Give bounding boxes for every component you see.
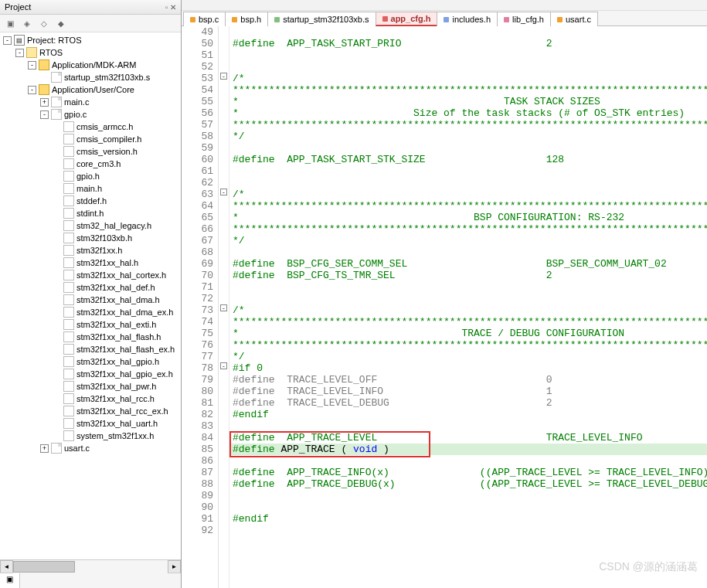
code-line[interactable]: ****************************************… bbox=[229, 316, 707, 328]
fold-toggle[interactable]: - bbox=[220, 304, 227, 311]
tree-item[interactable]: main.h bbox=[0, 182, 181, 195]
code-line[interactable]: */ bbox=[229, 235, 707, 246]
code-line[interactable]: #endif bbox=[229, 513, 707, 525]
toolbar-button[interactable]: ◈ bbox=[20, 16, 34, 30]
code-line[interactable] bbox=[229, 165, 707, 177]
code-line[interactable]: #define APP_TASK_START_STK_SIZE 128 bbox=[229, 154, 707, 165]
tree-item[interactable]: -gpio.c bbox=[0, 108, 181, 121]
editor-tab[interactable]: bsp.h bbox=[225, 12, 268, 26]
editor-tab[interactable]: app_cfg.h bbox=[376, 12, 438, 26]
code-line[interactable] bbox=[229, 49, 707, 61]
tree-item[interactable]: stddef.h bbox=[0, 195, 181, 207]
code-line[interactable] bbox=[229, 293, 707, 304]
tree-item[interactable]: -▤Project: RTOS bbox=[0, 34, 181, 46]
tree-item[interactable]: system_stm32f1xx.h bbox=[0, 430, 181, 442]
editor-tab[interactable]: lib_cfg.h bbox=[497, 12, 551, 26]
code-line[interactable]: #define TRACE_LEVEL_DEBUG 2 bbox=[229, 397, 707, 409]
tree-item[interactable]: gpio.h bbox=[0, 170, 181, 182]
tree-item[interactable]: core_cm3.h bbox=[0, 158, 181, 170]
tree-item[interactable]: stm32f1xx_hal_flash.h bbox=[0, 331, 181, 343]
code-line[interactable]: #define APP_TRACE_DEBUG(x) ((APP_TRACE_L… bbox=[229, 478, 707, 490]
code-line[interactable]: ****************************************… bbox=[229, 84, 707, 96]
code-line[interactable]: #define BSP_CFG_SER_COMM_SEL BSP_SER_COM… bbox=[229, 258, 707, 270]
tree-item[interactable]: stm32_hal_legacy.h bbox=[0, 219, 181, 232]
expand-toggle[interactable]: + bbox=[40, 98, 49, 107]
code-line[interactable] bbox=[229, 525, 707, 536]
scroll-thumb[interactable] bbox=[13, 561, 75, 573]
expand-toggle[interactable]: - bbox=[28, 86, 36, 94]
expand-toggle[interactable]: - bbox=[40, 110, 49, 119]
code-line[interactable]: /* bbox=[229, 304, 707, 316]
expand-toggle[interactable]: - bbox=[3, 36, 12, 45]
tree-item[interactable]: stm32f1xx_hal_rcc_ex.h bbox=[0, 405, 181, 417]
expand-toggle[interactable]: - bbox=[28, 61, 36, 70]
tree-item[interactable]: stm32f1xx_hal_rcc.h bbox=[0, 393, 181, 405]
fold-toggle[interactable]: - bbox=[220, 362, 227, 369]
tree-item[interactable]: stm32f1xx_hal_cortex.h bbox=[0, 269, 181, 281]
scroll-right-arrow[interactable]: ► bbox=[168, 560, 181, 573]
fold-toggle[interactable]: - bbox=[220, 73, 227, 80]
tree-item[interactable]: stm32f1xx_hal_gpio_ex.h bbox=[0, 368, 181, 380]
code-line[interactable]: * BSP CONFIGURATION: RS-232 bbox=[229, 212, 707, 223]
code-line[interactable]: ****************************************… bbox=[229, 339, 707, 351]
tree-item[interactable]: cmsis_compiler.h bbox=[0, 133, 181, 145]
code-line[interactable]: #define APP_TASK_START_PRIO 2 bbox=[229, 38, 707, 49]
code-line[interactable]: ****************************************… bbox=[229, 200, 707, 212]
tree-item[interactable]: stm32f103xb.h bbox=[0, 232, 181, 244]
tree-item[interactable]: +usart.c bbox=[0, 442, 181, 454]
code-line[interactable]: #define BSP_CFG_TS_TMR_SEL 2 bbox=[229, 270, 707, 281]
tree-item[interactable]: stm32f1xx.h bbox=[0, 244, 181, 257]
code-line[interactable]: #define TRACE_LEVEL_INFO 1 bbox=[229, 386, 707, 397]
tree-item[interactable]: stm32f1xx_hal_dma.h bbox=[0, 294, 181, 306]
tree-item[interactable]: cmsis_armcc.h bbox=[0, 121, 181, 133]
tree-item[interactable]: stdint.h bbox=[0, 207, 181, 219]
tree-item[interactable]: cmsis_version.h bbox=[0, 145, 181, 158]
tree-item[interactable]: stm32f1xx_hal.h bbox=[0, 257, 181, 269]
expand-toggle[interactable]: + bbox=[40, 444, 49, 453]
tree-item[interactable]: stm32f1xx_hal_gpio.h bbox=[0, 355, 181, 368]
scroll-left-arrow[interactable]: ◄ bbox=[0, 560, 13, 573]
tree-item[interactable]: stm32f1xx_hal_def.h bbox=[0, 281, 181, 294]
code-line[interactable]: * TRACE / DEBUG CONFIGURATION bbox=[229, 328, 707, 339]
code-line[interactable]: #if 0 bbox=[229, 362, 707, 374]
code-lines[interactable]: #define APP_TASK_START_PRIO 2/**********… bbox=[229, 26, 707, 588]
expand-toggle[interactable]: - bbox=[15, 49, 24, 57]
code-line[interactable]: /* bbox=[229, 189, 707, 200]
code-line[interactable] bbox=[229, 420, 707, 432]
editor-tab[interactable]: bsp.c bbox=[183, 12, 226, 26]
editor-tab[interactable]: usart.c bbox=[550, 12, 598, 26]
code-line[interactable]: */ bbox=[229, 131, 707, 142]
code-line[interactable]: /* bbox=[229, 73, 707, 84]
tree-item[interactable]: stm32f1xx_hal_dma_ex.h bbox=[0, 306, 181, 318]
tree-item[interactable]: -Application/User/Core bbox=[0, 83, 181, 96]
toolbar-button[interactable]: ◇ bbox=[37, 16, 51, 30]
code-line[interactable] bbox=[229, 26, 707, 38]
editor-tab[interactable]: includes.h bbox=[437, 12, 498, 26]
tree-item[interactable]: +main.c bbox=[0, 96, 181, 108]
code-line[interactable] bbox=[229, 246, 707, 258]
tree-item[interactable]: stm32f1xx_hal_flash_ex.h bbox=[0, 343, 181, 355]
tree-item[interactable]: -Application/MDK-ARM bbox=[0, 59, 181, 71]
code-line[interactable] bbox=[229, 177, 707, 189]
code-line[interactable] bbox=[229, 281, 707, 293]
code-line[interactable] bbox=[229, 142, 707, 154]
bottom-tab[interactable]: ▣ bbox=[0, 573, 20, 588]
editor-tab[interactable]: startup_stm32f103xb.s bbox=[267, 12, 376, 26]
code-area[interactable]: 4950515253545556575859606162636465666768… bbox=[182, 26, 707, 588]
code-line[interactable]: */ bbox=[229, 351, 707, 362]
code-line[interactable]: #define APP_TRACE ( void ) bbox=[229, 444, 707, 455]
tree-item[interactable]: -RTOS bbox=[0, 46, 181, 59]
code-line[interactable]: ****************************************… bbox=[229, 119, 707, 131]
project-tree[interactable]: -▤Project: RTOS-RTOS-Application/MDK-ARM… bbox=[0, 32, 181, 559]
tree-item[interactable]: startup_stm32f103xb.s bbox=[0, 71, 181, 83]
code-line[interactable]: #define TRACE_LEVEL_OFF 0 bbox=[229, 374, 707, 386]
fold-toggle[interactable]: - bbox=[220, 189, 227, 195]
code-line[interactable]: #define APP_TRACE_LEVEL TRACE_LEVEL_INFO bbox=[229, 432, 707, 444]
tree-item[interactable]: stm32f1xx_hal_exti.h bbox=[0, 318, 181, 331]
code-line[interactable]: ****************************************… bbox=[229, 223, 707, 235]
code-line[interactable] bbox=[229, 61, 707, 73]
tree-item[interactable]: stm32f1xx_hal_uart.h bbox=[0, 417, 181, 430]
code-line[interactable] bbox=[229, 455, 707, 467]
horizontal-scrollbar[interactable]: ◄ ► bbox=[0, 559, 181, 573]
code-line[interactable]: #endif bbox=[229, 409, 707, 420]
